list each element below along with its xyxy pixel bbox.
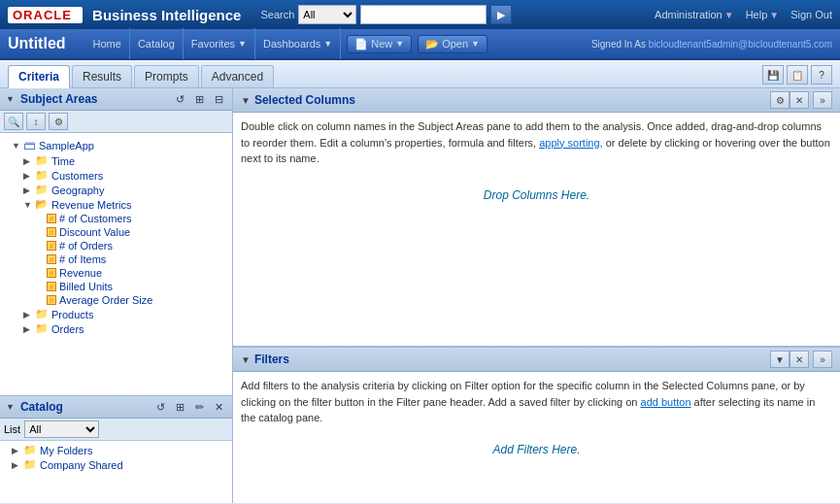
my-folders-label: My Folders <box>40 445 92 456</box>
subject-areas-tool3[interactable]: ⚙ <box>49 113 68 130</box>
subject-areas-header: ▼ Subject Areas ↺ ⊞ ⊟ <box>0 88 232 111</box>
tree-item-customers[interactable]: ▶ 📁 Customers <box>0 168 232 183</box>
filters-description: Add filters to the analysis criteria by … <box>241 378 832 426</box>
signed-in-user-link[interactable]: bicloudtenant5admin@bicloudtenant5.com <box>649 39 832 50</box>
filters-tool2[interactable]: ✕ <box>790 351 809 368</box>
time-arrow: ▶ <box>23 156 35 166</box>
nav-favorites[interactable]: Favorites ▼ <box>184 28 255 59</box>
save-as-button[interactable]: 📋 <box>787 65 808 84</box>
revenue-field-icon: # <box>47 268 56 278</box>
num-customers-label: # of Customers <box>59 213 132 224</box>
nav-dashboards[interactable]: Dashboards ▼ <box>255 28 341 59</box>
customers-folder-icon: 📁 <box>35 169 49 182</box>
tree-item-discount-value[interactable]: ▶ # Discount Value <box>0 225 232 239</box>
save-button[interactable]: 💾 <box>762 65 784 84</box>
num-items-label: # of Items <box>59 253 106 265</box>
nav-home[interactable]: Home <box>85 28 130 59</box>
company-shared-icon: 📁 <box>23 458 37 471</box>
subject-areas-tool1[interactable]: 🔍 <box>4 113 23 130</box>
filters-expand[interactable]: » <box>813 351 832 368</box>
subject-areas-collapse-all-icon[interactable]: ⊟ <box>211 91 226 107</box>
subject-areas-tool2[interactable]: ↕ <box>26 113 46 130</box>
tree-item-num-orders[interactable]: ▶ # # of Orders <box>0 239 232 252</box>
tab-prompts[interactable]: Prompts <box>134 65 199 87</box>
orders-label: Orders <box>51 323 84 335</box>
num-customers-field-icon: # <box>47 214 56 223</box>
bi-title: Business Intelligence <box>92 7 241 23</box>
signout-link[interactable]: Sign Out <box>790 9 832 20</box>
help-link[interactable]: Help <box>746 9 768 20</box>
products-arrow: ▶ <box>23 310 35 319</box>
tab-actions: 💾 📋 ? <box>762 65 832 87</box>
time-label: Time <box>51 155 75 167</box>
catalog-company-shared[interactable]: ▶ 📁 Company Shared <box>0 457 232 472</box>
filters-tool1[interactable]: ▼ <box>770 351 790 368</box>
filters-collapse-icon[interactable]: ▼ <box>241 354 251 365</box>
catalog-my-folders[interactable]: ▶ 📁 My Folders <box>0 443 232 457</box>
search-input[interactable] <box>360 5 487 24</box>
tab-advanced[interactable]: Advanced <box>201 65 274 87</box>
nav-new-button[interactable]: 📄 New ▼ <box>347 35 412 53</box>
tree-item-num-items[interactable]: ▶ # # of Items <box>0 252 232 266</box>
add-filters-target[interactable]: Add Filters Here. <box>241 441 832 458</box>
catalog-filter-label: List <box>4 423 20 435</box>
apply-sorting-link[interactable]: apply sorting <box>539 137 599 149</box>
top-header: ORACLE® Business Intelligence Search All… <box>0 0 840 29</box>
nav-catalog[interactable]: Catalog <box>130 28 184 59</box>
tree-item-products[interactable]: ▶ 📁 Products <box>0 307 232 321</box>
products-folder-icon: 📁 <box>35 308 49 320</box>
tree-item-revenue[interactable]: ▶ # Revenue <box>0 266 232 280</box>
search-label: Search <box>260 9 294 20</box>
selected-columns-tool1[interactable]: ⚙ <box>770 91 790 109</box>
nav-open-button[interactable]: 📂 Open ▼ <box>418 35 487 53</box>
admin-link[interactable]: Administration <box>655 9 722 20</box>
products-label: Products <box>51 309 93 320</box>
billed-units-label: Billed Units <box>59 281 113 292</box>
catalog-icon3[interactable]: ✏ <box>191 399 207 415</box>
left-panel: ▼ Subject Areas ↺ ⊞ ⊟ 🔍 ↕ ⚙ ▼ 🗃 SampleAp… <box>0 88 233 503</box>
tree-item-sampleapp[interactable]: ▼ 🗃 SampleApp <box>0 137 232 153</box>
catalog-collapse-icon[interactable]: ▼ <box>6 402 15 412</box>
drop-columns-target[interactable]: Drop Columns Here. <box>241 186 832 204</box>
tree-item-revenue-metrics[interactable]: ▼ 📂 Revenue Metrics <box>0 197 232 212</box>
sampleapp-icon: 🗃 <box>23 138 36 152</box>
tree-item-num-customers[interactable]: ▶ # # of Customers <box>0 212 232 225</box>
customers-arrow: ▶ <box>23 171 35 181</box>
catalog-filter-select[interactable]: All My Folders Shared <box>24 420 99 438</box>
tree-item-avg-order-size[interactable]: ▶ # Average Order Size <box>0 293 232 307</box>
subject-areas-collapse-icon[interactable]: ▼ <box>6 94 15 104</box>
catalog-panel: ▼ Catalog ↺ ⊞ ✏ ✕ List All My Folders Sh… <box>0 396 232 503</box>
add-filter-link[interactable]: add button <box>641 396 691 408</box>
search-scope-select[interactable]: All Catalog Users <box>298 5 356 24</box>
search-button[interactable]: ▶ <box>490 5 512 24</box>
tree-item-geography[interactable]: ▶ 📁 Geography <box>0 183 232 197</box>
tree-item-time[interactable]: ▶ 📁 Time <box>0 153 232 168</box>
subject-areas-expand-icon[interactable]: ⊞ <box>191 91 207 107</box>
catalog-icon2[interactable]: ⊞ <box>172 399 187 415</box>
billed-units-field-icon: # <box>47 282 56 291</box>
selected-columns-expand[interactable]: » <box>813 91 832 109</box>
selected-columns-collapse-icon[interactable]: ▼ <box>241 95 251 106</box>
tree-item-billed-units[interactable]: ▶ # Billed Units <box>0 280 232 293</box>
revenue-metrics-arrow: ▼ <box>23 200 35 210</box>
tab-criteria[interactable]: Criteria <box>8 65 70 88</box>
catalog-icon1[interactable]: ↺ <box>152 399 168 415</box>
catalog-title: Catalog <box>20 400 149 414</box>
filters-title: Filters <box>254 353 770 366</box>
revenue-label: Revenue <box>59 267 102 279</box>
tree-item-orders[interactable]: ▶ 📁 Orders <box>0 321 232 336</box>
filters-panel: ▼ Filters ▼ ✕ » Add filters to the analy… <box>233 348 840 503</box>
catalog-icon4[interactable]: ✕ <box>211 399 226 415</box>
right-panel: ▼ Selected Columns ⚙ ✕ » Double click on… <box>233 88 840 503</box>
selected-columns-title: Selected Columns <box>254 93 766 107</box>
selected-columns-tool2[interactable]: ✕ <box>790 91 809 109</box>
geography-folder-icon: 📁 <box>35 184 49 196</box>
customers-label: Customers <box>51 170 103 182</box>
num-orders-field-icon: # <box>47 241 56 251</box>
subject-areas-reload-icon[interactable]: ↺ <box>172 91 187 107</box>
revenue-metrics-folder-icon: 📂 <box>35 198 49 211</box>
selected-columns-panel: ▼ Selected Columns ⚙ ✕ » Double click on… <box>233 88 840 348</box>
revenue-metrics-label: Revenue Metrics <box>51 199 132 211</box>
tab-results[interactable]: Results <box>72 65 132 87</box>
help-button[interactable]: ? <box>811 65 832 84</box>
